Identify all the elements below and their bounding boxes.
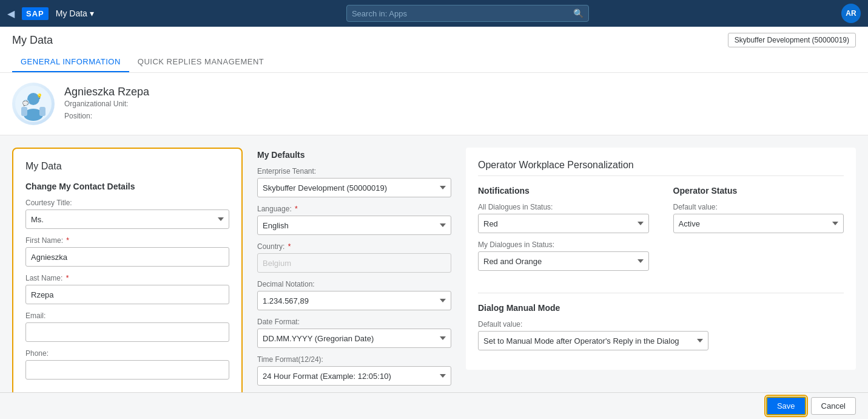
email-input[interactable] xyxy=(25,322,229,342)
my-defaults-section: My Defaults Enterprise Tenant: Skybuffer… xyxy=(257,148,451,400)
first-name-label: First Name: * xyxy=(25,236,229,245)
svg-text:💬: 💬 xyxy=(22,100,29,106)
phone-input[interactable] xyxy=(25,360,229,380)
nav-title[interactable]: My Data ▾ xyxy=(56,9,94,18)
time-format-field: Time Format(12/24): 24 Hour Format (Exam… xyxy=(257,355,451,386)
save-button[interactable]: Save xyxy=(766,397,806,415)
enterprise-tenant-field: Enterprise Tenant: Skybuffer Development… xyxy=(257,167,451,197)
courtesy-title-label: Courtesy Title: xyxy=(25,199,229,207)
operator-grid: Notifications All Dialogues in Status: R… xyxy=(478,186,844,278)
operator-status-default-field: Default value: Active Inactive Away xyxy=(673,203,844,233)
svg-rect-4 xyxy=(39,107,45,116)
contact-section-title: Change My Contact Details xyxy=(25,182,229,191)
decimal-notation-select[interactable]: 1.234.567,89 1,234,567.89 xyxy=(257,291,451,310)
profile-name: Agnieszka Rzepa xyxy=(64,86,149,98)
phone-label: Phone: xyxy=(25,349,229,358)
enterprise-tenant-label: Enterprise Tenant: xyxy=(257,167,451,175)
country-required: * xyxy=(288,242,291,251)
notifications-title: Notifications xyxy=(478,186,649,196)
cancel-button[interactable]: Cancel xyxy=(811,397,856,415)
operator-workplace-section: Operator Workplace Personalization Notif… xyxy=(466,148,856,400)
dialog-default-label: Default value: xyxy=(478,320,844,329)
profile-info: Agnieszka Rzepa Organizational Unit: Pos… xyxy=(64,86,149,121)
footer: Save Cancel xyxy=(0,392,868,419)
country-label: Country: * xyxy=(257,242,451,251)
dialog-manual-title: Dialog Manual Mode xyxy=(478,303,844,313)
operator-section: Operator Workplace Personalization Notif… xyxy=(466,148,856,370)
tab-bar: GENERAL INFORMATION QUICK REPLIES MANAGE… xyxy=(12,52,856,72)
courtesy-title-field: Courtesy Title: Ms. Mr. Dr. Prof. xyxy=(25,199,229,229)
my-dialogues-label: My Dialogues in Status: xyxy=(478,240,649,249)
date-format-label: Date Format: xyxy=(257,318,451,326)
last-name-field: Last Name: * xyxy=(25,274,229,304)
back-button[interactable]: ◀ xyxy=(7,8,15,19)
search-icon[interactable]: 🔍 xyxy=(573,9,584,18)
operator-status-column: Operator Status Default value: Active In… xyxy=(673,186,844,278)
page-header-top: My Data Skybuffer Development (50000019) xyxy=(12,33,856,52)
avatar-illustration: 💬 💡 xyxy=(15,86,52,122)
first-name-input[interactable] xyxy=(25,247,229,267)
country-field: Country: * Belgium xyxy=(257,242,451,273)
main-content: My Data Change My Contact Details Courte… xyxy=(0,135,868,419)
profile-org: Organizational Unit: Position: xyxy=(64,98,149,121)
time-format-select[interactable]: 24 Hour Format (Example: 12:05:10) 12 Ho… xyxy=(257,366,451,386)
all-dialogues-field: All Dialogues in Status: Red Green Blue xyxy=(478,203,649,233)
language-label: Language: * xyxy=(257,205,451,213)
my-defaults-title: My Defaults xyxy=(257,150,451,160)
dialog-manual-section: Dialog Manual Mode Default value: Set to… xyxy=(478,293,844,350)
operator-status-default-select[interactable]: Active Inactive Away xyxy=(673,214,844,233)
notifications-column: Notifications All Dialogues in Status: R… xyxy=(478,186,649,278)
tab-general-information[interactable]: GENERAL INFORMATION xyxy=(12,52,129,72)
last-name-input[interactable] xyxy=(25,285,229,304)
decimal-notation-field: Decimal Notation: 1.234.567,89 1,234,567… xyxy=(257,280,451,310)
first-name-field: First Name: * xyxy=(25,236,229,267)
courtesy-title-select[interactable]: Ms. Mr. Dr. Prof. xyxy=(25,210,229,229)
page-title: My Data xyxy=(12,34,53,47)
tab-quick-replies[interactable]: QUICK REPLIES MANAGEMENT xyxy=(129,52,272,72)
avatar[interactable]: AR xyxy=(841,4,861,23)
dialog-default-field: Default value: Set to Manual Mode after … xyxy=(478,320,844,350)
operator-status-default-label: Default value: xyxy=(673,203,844,211)
email-field: Email: xyxy=(25,312,229,342)
country-select[interactable]: Belgium xyxy=(257,253,451,273)
date-format-field: Date Format: DD.MM.YYYY (Gregorian Date)… xyxy=(257,318,451,348)
my-dialogues-field: My Dialogues in Status: Red and Orange R… xyxy=(478,240,649,271)
language-field: Language: * English German French xyxy=(257,205,451,235)
tenant-badge: Skybuffer Development (50000019) xyxy=(728,33,856,47)
my-data-card: My Data Change My Contact Details Courte… xyxy=(12,148,243,400)
search-container: 🔍 xyxy=(101,5,834,22)
sap-logo: SAP xyxy=(22,7,49,20)
first-name-required: * xyxy=(66,236,69,245)
operator-status-title: Operator Status xyxy=(673,186,844,196)
page-header: My Data Skybuffer Development (50000019)… xyxy=(0,27,868,73)
my-data-card-title: My Data xyxy=(25,161,229,172)
profile-avatar: 💬 💡 xyxy=(12,83,55,125)
phone-field: Phone: xyxy=(25,349,229,380)
language-required: * xyxy=(295,205,298,213)
search-box: 🔍 xyxy=(346,5,589,22)
email-label: Email: xyxy=(25,312,229,320)
svg-text:💡: 💡 xyxy=(36,93,42,99)
enterprise-tenant-select[interactable]: Skybuffer Development (50000019) xyxy=(257,178,451,197)
top-navigation: ◀ SAP My Data ▾ 🔍 AR xyxy=(0,0,868,27)
svg-rect-3 xyxy=(21,107,27,116)
decimal-notation-label: Decimal Notation: xyxy=(257,280,451,288)
operator-workplace-title: Operator Workplace Personalization xyxy=(478,160,844,176)
all-dialogues-label: All Dialogues in Status: xyxy=(478,203,649,211)
dialog-default-select[interactable]: Set to Manual Mode after Operator's Repl… xyxy=(478,331,708,350)
my-dialogues-select[interactable]: Red and Orange Red Orange xyxy=(478,251,649,271)
date-format-select[interactable]: DD.MM.YYYY (Gregorian Date) MM/DD/YYYY Y… xyxy=(257,329,451,348)
last-name-required: * xyxy=(66,274,69,282)
time-format-label: Time Format(12/24): xyxy=(257,355,451,364)
language-select[interactable]: English German French xyxy=(257,216,451,235)
last-name-label: Last Name: * xyxy=(25,274,229,282)
profile-row: 💬 💡 Agnieszka Rzepa Organizational Unit:… xyxy=(0,73,868,135)
all-dialogues-select[interactable]: Red Green Blue xyxy=(478,214,649,233)
search-input[interactable] xyxy=(352,9,573,18)
main-columns: My Data Change My Contact Details Courte… xyxy=(12,148,856,400)
